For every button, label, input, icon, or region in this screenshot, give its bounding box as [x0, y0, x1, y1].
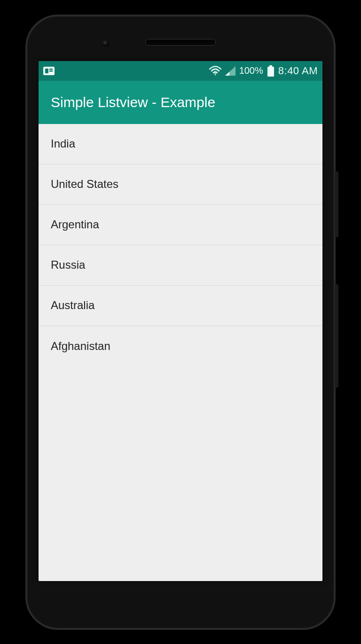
device-screen: 100% 8:40 AM Simple Listview - Example I…: [39, 61, 322, 581]
list-item[interactable]: Australia: [39, 286, 322, 326]
svg-rect-5: [267, 67, 274, 77]
list-item[interactable]: India: [39, 124, 322, 164]
list-item[interactable]: Russia: [39, 245, 322, 286]
list-item-label: Argentina: [51, 218, 99, 231]
svg-rect-3: [49, 70, 53, 72]
list-item-label: Russia: [51, 258, 85, 272]
list-item[interactable]: Afghanistan: [39, 326, 322, 366]
list-item[interactable]: Argentina: [39, 205, 322, 245]
battery-icon: [267, 65, 275, 77]
front-camera: [102, 40, 109, 47]
power-button[interactable]: [335, 171, 338, 237]
wifi-icon: [209, 66, 221, 76]
list-item-label: Australia: [51, 299, 94, 312]
status-right: 100% 8:40 AM: [209, 65, 318, 77]
svg-rect-2: [49, 69, 53, 70]
cell-signal-icon: [225, 66, 235, 76]
svg-rect-0: [43, 67, 55, 75]
volume-button[interactable]: [335, 284, 338, 388]
battery-percent: 100%: [239, 65, 263, 76]
list-item-label: India: [51, 137, 75, 150]
app-title: Simple Listview - Example: [51, 94, 215, 110]
list-item[interactable]: United States: [39, 164, 322, 205]
news-badge-icon: [43, 67, 55, 75]
list-item-label: United States: [51, 178, 118, 191]
phone-frame: 100% 8:40 AM Simple Listview - Example I…: [25, 15, 336, 630]
status-bar[interactable]: 100% 8:40 AM: [39, 61, 322, 81]
earpiece: [145, 39, 216, 46]
svg-rect-4: [269, 65, 272, 67]
status-clock: 8:40 AM: [278, 65, 318, 77]
country-listview[interactable]: India United States Argentina Russia Aus…: [39, 124, 322, 581]
app-bar: Simple Listview - Example: [39, 81, 322, 124]
list-item-label: Afghanistan: [51, 340, 110, 353]
svg-rect-1: [45, 69, 48, 73]
status-left: [43, 67, 55, 75]
